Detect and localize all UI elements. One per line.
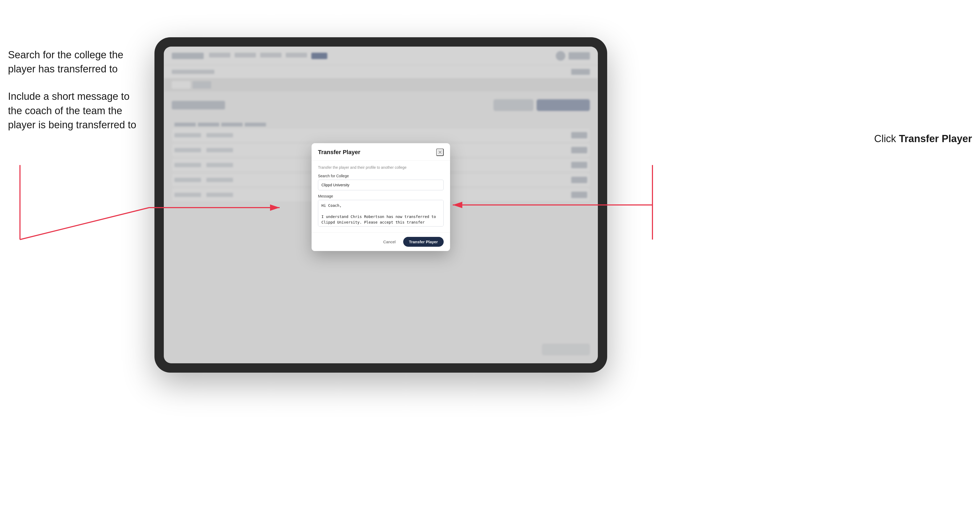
tablet-frame: Transfer Player ✕ Transfer the player an… [154,37,607,373]
annotation-click-text: Click [874,133,899,144]
dialog-close-button[interactable]: ✕ [436,149,444,156]
dialog-footer: Cancel Transfer Player [312,232,450,251]
transfer-player-dialog: Transfer Player ✕ Transfer the player an… [312,143,450,251]
dialog-body: Transfer the player and their profile to… [312,160,450,232]
annotation-search-text: Search for the college the player has tr… [8,48,141,76]
tablet-screen: Transfer Player ✕ Transfer the player an… [164,46,598,363]
dialog-title: Transfer Player [318,149,360,156]
svg-line-3 [20,208,149,240]
annotation-left: Search for the college the player has tr… [8,48,141,145]
college-input[interactable] [318,179,444,190]
dialog-header: Transfer Player ✕ [312,143,450,160]
message-label: Message [318,194,444,198]
dialog-subtitle: Transfer the player and their profile to… [318,165,444,170]
cancel-button[interactable]: Cancel [379,237,400,246]
annotation-message-text: Include a short message to the coach of … [8,89,141,132]
annotation-transfer-player-text: Transfer Player [899,133,972,144]
transfer-player-button[interactable]: Transfer Player [403,237,444,247]
college-label: Search for College [318,174,444,178]
message-textarea[interactable] [318,200,444,227]
modal-overlay: Transfer Player ✕ Transfer the player an… [164,46,598,363]
annotation-right: Click Transfer Player [874,133,972,144]
